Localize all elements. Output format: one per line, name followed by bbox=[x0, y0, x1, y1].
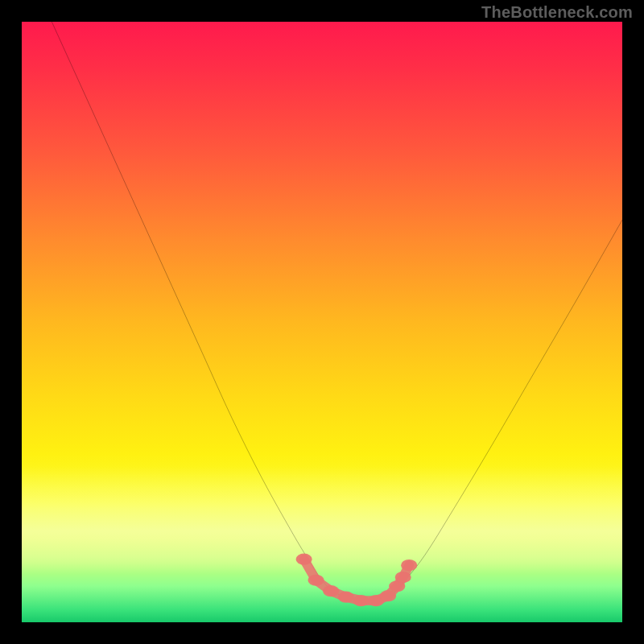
marker-dot bbox=[296, 554, 312, 565]
curve-layer bbox=[22, 22, 622, 622]
marker-dot bbox=[380, 590, 396, 601]
marker-dot bbox=[323, 585, 339, 597]
bottleneck-curve bbox=[52, 22, 622, 601]
attribution-watermark: TheBottleneck.com bbox=[481, 3, 633, 22]
marker-dot bbox=[395, 572, 411, 583]
marker-dot bbox=[338, 592, 354, 603]
plot-area bbox=[22, 22, 622, 622]
marker-dot bbox=[401, 559, 417, 571]
bottleneck-markers bbox=[296, 554, 418, 607]
marker-dot bbox=[308, 575, 324, 586]
marker-dot bbox=[353, 595, 369, 606]
chart-frame: TheBottleneck.com bbox=[0, 0, 644, 644]
